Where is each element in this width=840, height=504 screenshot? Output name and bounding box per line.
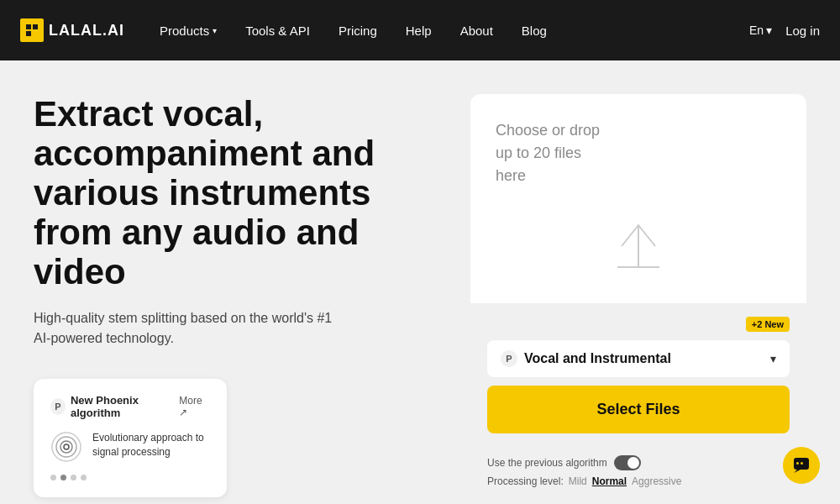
svg-point-5 <box>60 441 72 453</box>
svg-rect-1 <box>33 24 38 29</box>
drop-zone[interactable]: Choose or dropup to 20 fileshere <box>470 94 806 303</box>
svg-rect-0 <box>26 24 31 29</box>
bottom-options: Use the previous algorithm Processing le… <box>470 447 806 487</box>
nav-link-tools-api[interactable]: Tools & API <box>234 17 322 45</box>
upload-arrow-icon <box>605 213 672 283</box>
main-content: Extract vocal, accompaniment and various… <box>0 60 840 504</box>
svg-rect-2 <box>26 31 31 36</box>
drop-text: Choose or dropup to 20 fileshere <box>496 119 600 187</box>
svg-point-6 <box>64 444 69 449</box>
processing-row: Processing level: Mild Normal Aggressive <box>487 475 790 487</box>
model-selector-dropdown[interactable]: P Vocal and Instrumental ▾ <box>487 340 790 377</box>
feature-card-header: P New Phoenix algorithm More ↗ <box>50 394 210 419</box>
p-badge: P <box>50 398 66 415</box>
more-link[interactable]: More ↗ <box>179 395 210 418</box>
nav-link-help[interactable]: Help <box>394 17 444 45</box>
model-p-badge: P <box>501 350 517 367</box>
toggle-label: Use the previous algorithm <box>487 457 607 469</box>
model-name: Vocal and Instrumental <box>524 351 671 366</box>
processing-aggressive[interactable]: Aggressive <box>632 475 681 487</box>
nav-right: En ▾ Log in <box>749 24 820 38</box>
dot-3 <box>71 475 76 480</box>
svg-marker-8 <box>794 470 801 473</box>
chevron-down-icon: ▾ <box>766 24 772 37</box>
login-button[interactable]: Log in <box>785 24 820 38</box>
toggle-row: Use the previous algorithm <box>487 455 790 470</box>
new-badge: +2 New <box>746 317 790 332</box>
logo[interactable]: LALAL.AI <box>20 18 124 42</box>
left-panel: Extract vocal, accompaniment and various… <box>34 94 437 487</box>
hero-title: Extract vocal, accompaniment and various… <box>34 94 386 291</box>
dot-1 <box>50 475 56 480</box>
dot-4 <box>81 475 87 480</box>
feature-card: P New Phoenix algorithm More ↗ Evolution… <box>34 379 227 497</box>
feature-card-desc: Evolutionary approach to signal processi… <box>92 431 210 459</box>
processing-normal[interactable]: Normal <box>592 475 627 487</box>
selector-area: +2 New P Vocal and Instrumental ▾ Select… <box>470 303 806 447</box>
card-dots <box>50 475 210 480</box>
navbar: LALAL.AI Products ▾ Tools & API Pricing … <box>0 0 840 60</box>
feature-card-title: New Phoenix algorithm <box>71 394 179 419</box>
chat-bubble-button[interactable] <box>783 447 820 484</box>
hero-subtitle: High-quality stem splitting based on the… <box>34 308 336 349</box>
dot-2 <box>60 475 66 480</box>
right-panel: Choose or dropup to 20 fileshere +2 New … <box>470 94 806 487</box>
select-files-button[interactable]: Select Files <box>487 386 790 433</box>
logo-text: LALAL.AI <box>49 22 124 39</box>
processing-mild[interactable]: Mild <box>569 475 587 487</box>
previous-algorithm-toggle[interactable] <box>614 455 641 470</box>
svg-point-4 <box>56 437 76 457</box>
language-selector[interactable]: En ▾ <box>749 24 772 37</box>
spiral-icon <box>50 431 82 463</box>
svg-rect-10 <box>801 462 803 465</box>
logo-icon <box>20 18 44 42</box>
processing-label: Processing level: <box>487 475 564 487</box>
nav-link-pricing[interactable]: Pricing <box>327 17 389 45</box>
nav-link-about[interactable]: About <box>449 17 505 45</box>
chevron-down-icon: ▾ <box>770 352 776 365</box>
chevron-down-icon: ▾ <box>213 26 217 35</box>
new-badge-wrapper: +2 New <box>487 317 790 337</box>
feature-card-body: Evolutionary approach to signal processi… <box>50 431 210 463</box>
nav-links: Products ▾ Tools & API Pricing Help Abou… <box>148 17 749 45</box>
model-selector-left: P Vocal and Instrumental <box>501 350 671 367</box>
nav-link-blog[interactable]: Blog <box>510 17 559 45</box>
feature-card-title-row: P New Phoenix algorithm <box>50 394 179 419</box>
nav-link-products[interactable]: Products ▾ <box>148 17 228 45</box>
svg-rect-9 <box>796 462 799 465</box>
